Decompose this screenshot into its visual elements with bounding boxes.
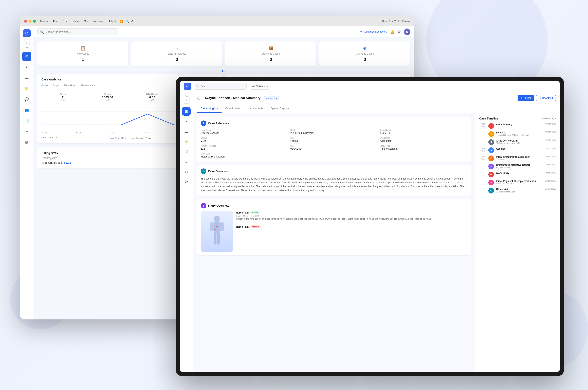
case-overview-header: O Case Overview xyxy=(201,168,467,174)
timeline-year-4: 2023 Aug xyxy=(479,155,486,160)
tablet-sidebar: Add + ⊞ ● ▬ 📁 📄 ≡ ⚙ 🗑 xyxy=(180,92,193,372)
sidebar-item-messages[interactable]: 💬 xyxy=(22,95,31,104)
menu-view[interactable]: View xyxy=(73,20,79,23)
timeline-info-3: Accident 07/15/2019 › xyxy=(496,147,556,150)
metric-cases-label: Cases xyxy=(42,93,84,96)
menu-file[interactable]: File xyxy=(53,20,58,23)
timeline-doctor-4: Unknown xyxy=(496,158,556,160)
chevron-icon-3[interactable]: › xyxy=(555,147,556,150)
tablet-division-dropdown[interactable]: All Divisions ▾ xyxy=(250,83,271,90)
notification-icon[interactable]: 🔔 xyxy=(390,30,395,34)
tab-cases[interactable]: Cases xyxy=(42,84,48,88)
chevron-icon-7[interactable]: › xyxy=(555,180,556,183)
tab-special-reports[interactable]: Special Reports xyxy=(267,104,293,113)
tablet-sidebar-cases[interactable]: ● xyxy=(182,117,191,126)
injury-overview-icon: I xyxy=(201,203,206,208)
chevron-icon-0[interactable]: › xyxy=(555,123,556,126)
tablet-topbar: ⬡ 🔍 Search All Divisions ▾ xyxy=(180,81,560,92)
sidebar-item-folders[interactable]: 📁 xyxy=(22,84,31,93)
tab-case-insights[interactable]: Case Insights xyxy=(197,104,222,113)
tab-case-abstract[interactable]: Case Abstract xyxy=(222,104,245,113)
legend-preceding: Preceding Period xyxy=(131,137,152,139)
timeline-row-6: Work Injury 08/31/2027 › xyxy=(496,172,556,174)
sidebar-item-list[interactable]: ≡ xyxy=(22,127,31,136)
sidebar-item-cases[interactable]: ● xyxy=(22,63,31,72)
timeline-sort[interactable]: Descending ▾ xyxy=(542,117,556,120)
svg-rect-5 xyxy=(210,222,214,231)
tablet-sidebar-list[interactable]: ≡ xyxy=(182,158,191,166)
tablet-sidebar-records[interactable]: ▬ xyxy=(182,127,191,136)
sidebar-item-contacts[interactable]: 👥 xyxy=(22,105,31,115)
chevron-icon-1[interactable]: › xyxy=(555,131,556,134)
search-mac-icon[interactable]: 🔍 xyxy=(125,20,129,23)
stats-row: 📋 New Cases 1 ↔ Case in Progress 0 📦 Del… xyxy=(37,42,410,66)
timeline-row-8: Office Visit 07/15/2019 › xyxy=(496,188,556,191)
sidebar-item-trash[interactable]: 🗑 xyxy=(22,138,31,147)
close-button[interactable] xyxy=(24,20,27,23)
chevron-icon-6[interactable]: › xyxy=(555,172,556,174)
menu-window[interactable]: Window xyxy=(92,20,103,23)
menu-go[interactable]: Go xyxy=(84,20,88,23)
mac-titlebar: Finder File Edit View Go Window Help 🔋 📶… xyxy=(20,16,414,26)
ref-dob-label: DOB xyxy=(290,129,378,131)
builder-button[interactable]: ⊞ Builder xyxy=(518,95,534,101)
timeline-event-0: Assault Injury xyxy=(496,123,512,126)
sidebar-add[interactable]: + Add xyxy=(24,40,30,49)
delivered-value: 0 xyxy=(270,57,272,62)
chevron-icon-5[interactable]: › xyxy=(555,164,556,166)
app-logo: ⬡ xyxy=(23,29,31,37)
control-center-icon[interactable]: ⚙ xyxy=(131,20,134,23)
timeline-item-4: 2023 Aug C Initial Chiropractic Evaluati… xyxy=(479,155,556,161)
timeline-item-2: X X-ray Left Forearm 08/31/2017 › Michea… xyxy=(479,139,556,145)
svg-rect-7 xyxy=(214,233,217,245)
user-avatar[interactable]: U xyxy=(404,29,410,35)
timeline-year-0: 2017 Aug xyxy=(479,123,486,128)
minimize-button[interactable] xyxy=(29,20,32,23)
search-input[interactable] xyxy=(46,30,116,33)
ref-case-number-value: LD26043 xyxy=(380,132,467,135)
legend-current: Current Period xyxy=(110,137,128,139)
maximize-button[interactable] xyxy=(33,20,36,23)
tablet-add-icon[interactable]: + xyxy=(183,97,190,103)
menu-finder[interactable]: Finder xyxy=(40,20,48,23)
injury-item-2: Nerve Pain Post DOI xyxy=(236,225,467,232)
sidebar-item-dashboard[interactable]: ⊞ xyxy=(22,52,31,61)
timeline-item-8: O Office Visit 07/15/2019 › Dr. Rommel U… xyxy=(479,188,556,194)
timeline-date-7: 06/31/2017 xyxy=(545,180,555,182)
injury-list: Nerve Pain Pre DOI Date: 12/02/24 - 14/0… xyxy=(236,211,467,252)
timeline-event-5: Chiropractic Narrative Report xyxy=(496,164,530,166)
tab-pages[interactable]: Pages xyxy=(52,84,59,88)
dot-1[interactable] xyxy=(222,70,223,72)
timeline-date-1: 08/31/2017 xyxy=(545,131,555,133)
chevron-icon-2[interactable]: › xyxy=(555,139,556,142)
add-icon[interactable]: + xyxy=(24,40,30,46)
sidebar-item-records[interactable]: ▬ xyxy=(22,73,31,83)
search-bar[interactable]: 🔍 xyxy=(37,28,118,35)
settings-icon[interactable]: ⚙ xyxy=(398,30,401,34)
tab-billed-amount[interactable]: Billed Amount xyxy=(81,84,95,88)
billing-value: $0.00 xyxy=(64,161,71,164)
ref-dob-value: 25/05/1956 (68 years) xyxy=(290,132,378,135)
timeline-item-3: 2019 Aug A Accident 07/15/2019 › xyxy=(479,147,556,153)
tablet-sidebar-dashboard[interactable]: ⊞ xyxy=(182,107,191,116)
doc-header: 🕐 Dwayne Johnson - Medical Summary Versi… xyxy=(193,92,560,104)
timeline-item-1: E ER Visit 08/31/2017 › Joseph G.Kim, MD… xyxy=(479,131,556,137)
carousel-indicator xyxy=(37,70,410,72)
chevron-icon-4[interactable]: › xyxy=(555,155,556,158)
tablet-search[interactable]: 🔍 Search xyxy=(194,83,247,90)
menu-help[interactable]: Help xyxy=(108,20,114,23)
tab-billed-hours[interactable]: Billed Hours xyxy=(63,84,77,88)
canceled-label: Canceled Cases xyxy=(356,52,374,55)
menu-edit[interactable]: Edit xyxy=(63,20,68,23)
sidebar-item-documents[interactable]: 📄 xyxy=(22,116,31,125)
version-badge[interactable]: Version 2 ▾ xyxy=(264,96,279,100)
download-button[interactable]: ⬇ Download xyxy=(536,95,556,101)
customize-dashboard[interactable]: ✏ Customize Dashboard xyxy=(360,30,387,33)
tablet-sidebar-folders[interactable]: 📁 xyxy=(182,138,191,146)
tab-impairments[interactable]: Impairments xyxy=(245,104,267,113)
tablet-sidebar-trash[interactable]: 🗑 xyxy=(182,178,191,186)
tablet-sidebar-documents[interactable]: 📄 xyxy=(182,147,191,156)
tablet-sidebar-settings[interactable]: ⚙ xyxy=(182,168,191,176)
chevron-icon-8[interactable]: › xyxy=(555,188,556,191)
dot-2[interactable] xyxy=(225,70,226,72)
